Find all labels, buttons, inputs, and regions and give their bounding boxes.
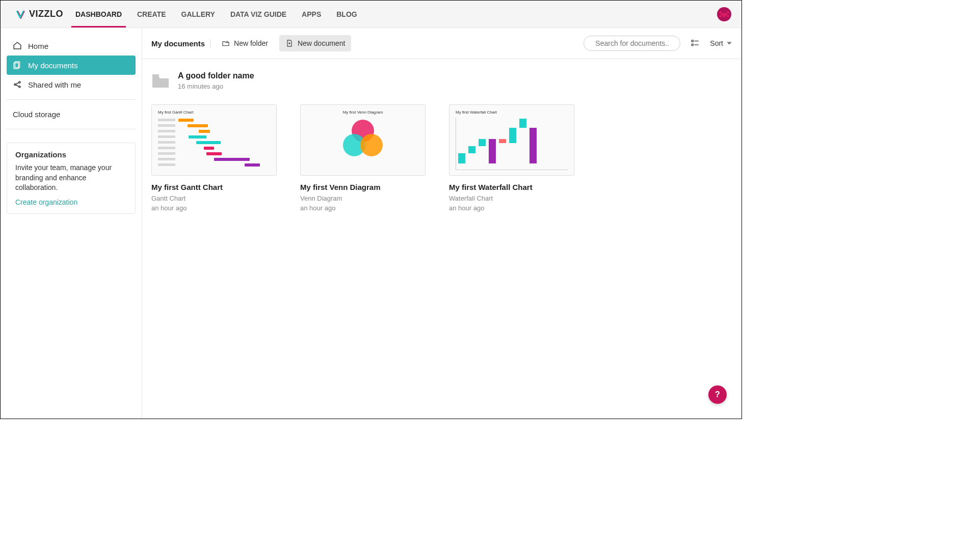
organizations-box: Organizations Invite your team, manage y… [7, 143, 136, 214]
help-button[interactable]: ? [708, 385, 727, 404]
svg-rect-3 [720, 15, 722, 17]
nav-apps[interactable]: APPS [302, 1, 321, 27]
document-card[interactable]: My first Gantt Chart My first Gantt Char [151, 104, 277, 212]
document-cards: My first Gantt Chart My first Gantt Char [151, 104, 732, 212]
documents-icon [13, 61, 22, 70]
sidebar-item-label: Shared with me [28, 80, 81, 89]
sidebar-separator [7, 99, 136, 100]
nav-dashboard[interactable]: DASHBOARD [75, 1, 122, 27]
view-toggle-icon[interactable] [691, 39, 700, 48]
new-document-button[interactable]: New document [279, 35, 351, 51]
avatar[interactable] [717, 7, 731, 21]
card-type: Gantt Chart [151, 195, 277, 202]
document-card[interactable]: My first Venn Diagram My first Venn Diag… [300, 104, 426, 212]
sidebar-item-my-documents[interactable]: My documents [7, 56, 136, 75]
sidebar-item-home[interactable]: Home [7, 36, 136, 56]
sidebar-item-shared[interactable]: Shared with me [7, 75, 136, 94]
logo-text: VIZZLO [29, 9, 63, 19]
new-folder-icon [222, 39, 230, 47]
svg-rect-4 [723, 15, 725, 17]
content: A good folder name 16 minutes ago My fir… [142, 59, 741, 224]
nav-dataviz[interactable]: DATA VIZ GUIDE [230, 1, 286, 27]
thumb-title: My first Venn Diagram [343, 110, 383, 115]
sidebar-separator [7, 129, 136, 129]
svg-rect-0 [720, 11, 722, 13]
svg-rect-14 [152, 74, 159, 77]
new-document-label: New document [298, 39, 345, 47]
folder-item[interactable]: A good folder name 16 minutes ago [151, 71, 732, 90]
folder-name: A good folder name [178, 71, 254, 80]
svg-rect-2 [722, 13, 727, 15]
document-thumbnail: My first Waterfall Chart [449, 104, 574, 176]
document-card[interactable]: My first Waterfall Chart [449, 104, 574, 212]
sort-button[interactable]: Sort [710, 39, 732, 47]
card-type: Waterfall Chart [449, 195, 574, 202]
svg-point-10 [19, 86, 20, 88]
avatar-icon [720, 10, 729, 19]
svg-rect-12 [692, 40, 694, 42]
search-box[interactable] [584, 36, 680, 51]
card-title: My first Venn Diagram [300, 183, 426, 191]
document-thumbnail: My first Venn Diagram [300, 104, 426, 176]
organizations-description: Invite your team, manage your branding a… [15, 163, 127, 193]
folder-time: 16 minutes ago [178, 82, 254, 90]
toolbar: My documents New folder New document Sor… [142, 28, 741, 59]
thumb-title: My first Gantt Chart [158, 110, 270, 115]
topbar: VIZZLO DASHBOARD CREATE GALLERY DATA VIZ… [1, 1, 741, 28]
sort-label: Sort [710, 39, 723, 47]
card-title: My first Waterfall Chart [449, 183, 574, 191]
logo-icon [16, 9, 26, 19]
breadcrumb[interactable]: My documents [151, 39, 210, 48]
new-folder-button[interactable]: New folder [216, 35, 274, 51]
logo[interactable]: VIZZLO [16, 9, 63, 19]
sidebar-item-label: Home [28, 42, 48, 50]
help-icon: ? [715, 390, 720, 399]
organizations-title: Organizations [15, 150, 127, 159]
card-time: an hour ago [151, 204, 277, 212]
nav-gallery[interactable]: GALLERY [181, 1, 215, 27]
svg-rect-13 [692, 44, 694, 46]
app-window: VIZZLO DASHBOARD CREATE GALLERY DATA VIZ… [0, 0, 742, 419]
card-time: an hour ago [449, 204, 574, 212]
svg-point-8 [14, 84, 16, 86]
card-time: an hour ago [300, 204, 426, 212]
svg-rect-1 [727, 11, 729, 13]
search-input[interactable] [595, 39, 684, 47]
new-document-icon [285, 39, 294, 47]
card-title: My first Gantt Chart [151, 183, 277, 191]
svg-point-9 [19, 81, 20, 83]
folder-icon [151, 73, 170, 89]
create-organization-link[interactable]: Create organization [15, 198, 127, 206]
document-thumbnail: My first Gantt Chart [151, 104, 277, 176]
svg-rect-5 [727, 15, 729, 17]
home-icon [13, 41, 22, 50]
thumb-title: My first Waterfall Chart [456, 110, 568, 115]
nav-create[interactable]: CREATE [137, 1, 166, 27]
sidebar-item-cloud-storage[interactable]: Cloud storage [7, 105, 136, 124]
chevron-down-icon [726, 40, 732, 46]
nav-blog[interactable]: BLOG [336, 1, 357, 27]
card-type: Venn Diagram [300, 195, 426, 202]
body: Home My documents Shared with me Cloud s… [1, 28, 741, 419]
sidebar-item-label: My documents [28, 61, 78, 70]
main: My documents New folder New document Sor… [142, 28, 741, 419]
sidebar: Home My documents Shared with me Cloud s… [1, 28, 142, 419]
top-nav: DASHBOARD CREATE GALLERY DATA VIZ GUIDE … [75, 1, 717, 27]
new-folder-label: New folder [234, 39, 268, 47]
share-icon [13, 80, 22, 89]
